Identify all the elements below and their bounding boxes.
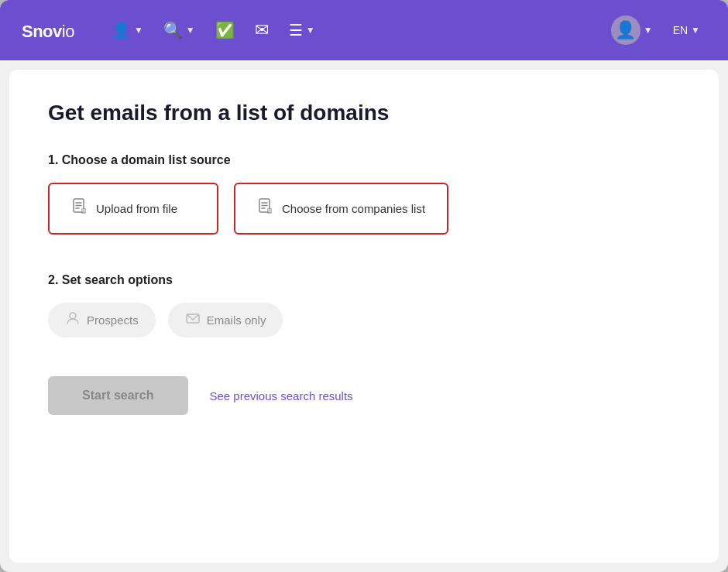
tasks-nav-group[interactable]: ✅ <box>209 16 241 44</box>
navbar-right: 👤 ▼ EN ▼ <box>605 11 706 50</box>
lang-chevron-icon: ▼ <box>691 25 700 36</box>
step2-label: 2. Set search options <box>48 273 680 287</box>
emails-only-label: Emails only <box>207 313 266 327</box>
prospects-label: Prospects <box>87 313 139 327</box>
check-circle-icon: ✅ <box>215 21 235 39</box>
companies-list-button[interactable]: Choose from companies list <box>234 183 448 235</box>
mail-nav-group[interactable]: ✉ <box>249 15 275 45</box>
source-buttons-container: Upload from file Ch <box>48 183 680 235</box>
prev-results-link[interactable]: See previous search results <box>210 389 353 402</box>
upload-file-icon <box>71 198 88 219</box>
menu-nav-group[interactable]: ☰ ▼ <box>283 16 321 44</box>
companies-list-icon <box>257 198 274 219</box>
emails-only-option[interactable]: Emails only <box>168 303 283 337</box>
prospects-option[interactable]: Prospects <box>48 303 156 337</box>
companies-list-label: Choose from companies list <box>282 202 425 215</box>
user-nav-group[interactable]: 👤 ▼ <box>105 16 149 44</box>
lang-label: EN <box>673 24 688 36</box>
search-options-container: Prospects Emails only <box>48 303 680 337</box>
step1-section: 1. Choose a domain list source <box>48 153 680 235</box>
app-logo: Snovio <box>22 19 74 43</box>
prospects-icon <box>65 310 81 330</box>
upload-file-label: Upload from file <box>96 202 177 215</box>
search-icon: 🔍 <box>163 21 183 39</box>
menu-icon: ☰ <box>289 21 303 39</box>
user-icon: 👤 <box>112 21 131 39</box>
menu-chevron-icon: ▼ <box>306 25 315 36</box>
avatar-chevron-icon: ▼ <box>644 25 653 36</box>
avatar: 👤 <box>611 15 640 45</box>
search-nav-group[interactable]: 🔍 ▼ <box>157 16 201 44</box>
navbar: Snovio 👤 ▼ 🔍 ▼ ✅ ✉ ☰ ▼ <box>0 0 728 60</box>
mail-icon: ✉ <box>255 20 269 40</box>
search-chevron-icon: ▼ <box>186 25 195 36</box>
main-content: Get emails from a list of domains 1. Cho… <box>9 70 719 563</box>
step1-label: 1. Choose a domain list source <box>48 153 680 167</box>
avatar-group[interactable]: 👤 ▼ <box>605 11 659 50</box>
upload-file-button[interactable]: Upload from file <box>48 183 218 235</box>
actions-row: Start search See previous search results <box>48 376 680 415</box>
svg-point-14 <box>70 313 76 319</box>
page-title: Get emails from a list of domains <box>48 101 680 125</box>
emails-only-icon <box>185 310 201 330</box>
start-search-button[interactable]: Start search <box>48 376 188 415</box>
step2-section: 2. Set search options Prospects <box>48 273 680 337</box>
navbar-icons: 👤 ▼ 🔍 ▼ ✅ ✉ ☰ ▼ <box>105 15 605 45</box>
user-chevron-icon: ▼ <box>134 25 143 36</box>
app-window: Snovio 👤 ▼ 🔍 ▼ ✅ ✉ ☰ ▼ <box>0 0 728 572</box>
lang-selector[interactable]: EN ▼ <box>667 19 706 41</box>
